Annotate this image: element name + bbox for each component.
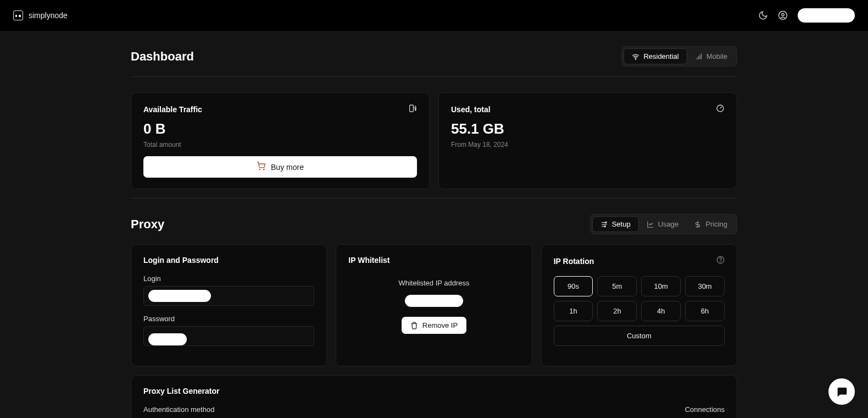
svg-point-10 <box>720 261 721 262</box>
rotation-option-4h[interactable]: 4h <box>641 301 681 321</box>
tab-setup[interactable]: Setup <box>592 216 639 232</box>
svg-point-2 <box>636 59 636 59</box>
password-label: Password <box>143 315 314 323</box>
login-label: Login <box>143 274 314 283</box>
logo-icon <box>13 10 23 20</box>
sliders-icon <box>600 221 608 228</box>
login-input[interactable] <box>143 286 314 306</box>
svg-point-4 <box>259 169 260 169</box>
used-total-value: 55.1 GB <box>451 120 725 138</box>
proxy-list-generator-card: Proxy List Generator Authentication meth… <box>131 375 737 418</box>
whitelist-label: Whitelisted IP address <box>348 279 519 287</box>
whitelisted-ip <box>405 295 463 307</box>
login-card-title: Login and Password <box>143 256 314 265</box>
help-icon[interactable] <box>716 256 725 266</box>
brand[interactable]: simplynode <box>13 10 68 20</box>
wifi-icon <box>632 53 639 61</box>
password-input[interactable] <box>143 326 314 346</box>
generator-title: Proxy List Generator <box>143 387 725 395</box>
remove-ip-button[interactable]: Remove IP <box>402 317 466 334</box>
svg-point-1 <box>782 13 784 16</box>
login-password-card: Login and Password Login Password <box>131 244 327 366</box>
ip-rotation-card: IP Rotation 90s5m10m30m1h2h4h6h Custom <box>541 244 737 366</box>
rotation-option-90s[interactable]: 90s <box>554 276 593 296</box>
theme-toggle-icon[interactable] <box>758 10 768 20</box>
svg-point-5 <box>264 169 264 169</box>
connections-label: Connections <box>685 405 725 414</box>
auth-method-label: Authentication method <box>143 405 214 414</box>
page-title: Dashboard <box>131 50 194 64</box>
account-icon[interactable] <box>778 10 788 20</box>
rotation-option-1h[interactable]: 1h <box>554 301 593 321</box>
rotation-custom[interactable]: Custom <box>554 326 725 346</box>
fuel-icon <box>408 104 417 115</box>
used-total-sub: From May 18, 2024 <box>451 141 725 148</box>
chat-launcher[interactable] <box>828 378 855 405</box>
available-traffic-label: Available Traffic <box>143 105 202 114</box>
tab-usage[interactable]: Usage <box>639 216 687 232</box>
brand-text: simplynode <box>29 11 68 20</box>
available-traffic-sub: Total amount <box>143 141 417 148</box>
tab-mobile[interactable]: Mobile <box>687 48 735 64</box>
svg-point-8 <box>604 226 605 227</box>
trash-icon <box>410 322 418 329</box>
signal-icon <box>695 53 703 61</box>
proxy-tabs: Setup Usage Pricing <box>590 214 737 234</box>
user-menu[interactable] <box>798 8 855 23</box>
rotation-title: IP Rotation <box>554 257 594 266</box>
chat-icon <box>836 386 848 398</box>
topbar: simplynode <box>0 0 868 31</box>
rotation-option-5m[interactable]: 5m <box>597 276 637 296</box>
used-total-label: Used, total <box>451 105 491 114</box>
network-type-toggle: Residential Mobile <box>621 46 737 67</box>
rotation-option-30m[interactable]: 30m <box>685 276 725 296</box>
available-traffic-card: Available Traffic 0 B Total amount Buy m… <box>131 92 430 189</box>
tab-residential[interactable]: Residential <box>624 48 687 64</box>
svg-rect-3 <box>410 105 414 112</box>
used-total-card: Used, total 55.1 GB From May 18, 2024 <box>438 92 737 189</box>
tab-pricing[interactable]: Pricing <box>686 216 735 232</box>
proxy-title: Proxy <box>131 217 164 232</box>
cart-icon <box>257 162 265 172</box>
svg-point-7 <box>605 222 606 223</box>
rotation-option-2h[interactable]: 2h <box>597 301 637 321</box>
gauge-icon <box>716 104 725 115</box>
rotation-option-6h[interactable]: 6h <box>685 301 725 321</box>
buy-more-button[interactable]: Buy more <box>143 156 417 178</box>
whitelist-title: IP Whitelist <box>348 256 519 265</box>
ip-whitelist-card: IP Whitelist Whitelisted IP address Remo… <box>336 244 532 366</box>
rotation-option-10m[interactable]: 10m <box>641 276 681 296</box>
available-traffic-value: 0 B <box>143 120 417 138</box>
dollar-icon <box>694 221 702 228</box>
chart-icon <box>647 221 654 228</box>
